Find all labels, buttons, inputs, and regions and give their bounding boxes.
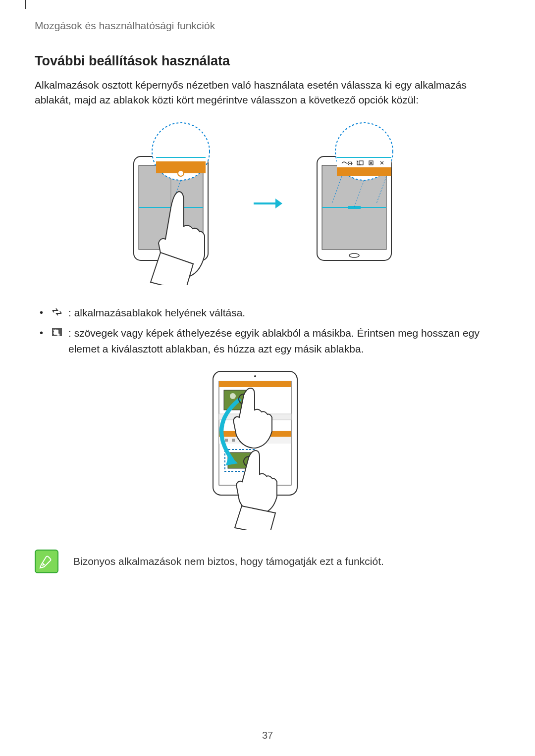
svg-point-7 [178, 170, 184, 176]
svg-rect-20 [337, 159, 391, 167]
svg-rect-33 [219, 381, 291, 387]
list-item-swap: : alkalmazásablakok helyének váltása. [40, 305, 500, 321]
figure-tablet-options [302, 122, 416, 285]
svg-point-30 [254, 375, 256, 377]
list-item-drag-text: : szövegek vagy képek áthelyezése egyik … [68, 327, 480, 354]
breadcrumb: Mozgások és használhatósági funkciók [35, 20, 500, 32]
svg-rect-40 [225, 439, 228, 442]
list-item-drag: : szövegek vagy képek áthelyezése egyik … [40, 325, 500, 356]
icon-description-list: : alkalmazásablakok helyének váltása. : … [35, 305, 500, 357]
note-text: Bizonyos alkalmazások nem biztos, hogy t… [73, 550, 384, 569]
svg-marker-11 [275, 199, 282, 208]
arrow-right-icon [253, 198, 282, 209]
svg-rect-41 [232, 439, 235, 442]
figure-tablet-drag-content: — [203, 366, 332, 530]
svg-point-35 [230, 393, 236, 399]
figure-split-screen-steps [35, 122, 500, 285]
drag-content-icon [51, 326, 63, 337]
note-icon [35, 550, 58, 573]
page-number: 37 [0, 730, 535, 741]
note-row: Bizonyos alkalmazások nem biztos, hogy t… [35, 550, 500, 573]
section-title: További beállítások használata [35, 53, 500, 69]
svg-rect-19 [337, 167, 391, 176]
figure-tablet-tap [119, 122, 233, 285]
swap-windows-icon [51, 306, 63, 317]
list-item-swap-text: : alkalmazásablakok helyének váltása. [68, 307, 245, 318]
intro-paragraph: Alkalmazások osztott képernyős nézetben … [35, 78, 500, 108]
